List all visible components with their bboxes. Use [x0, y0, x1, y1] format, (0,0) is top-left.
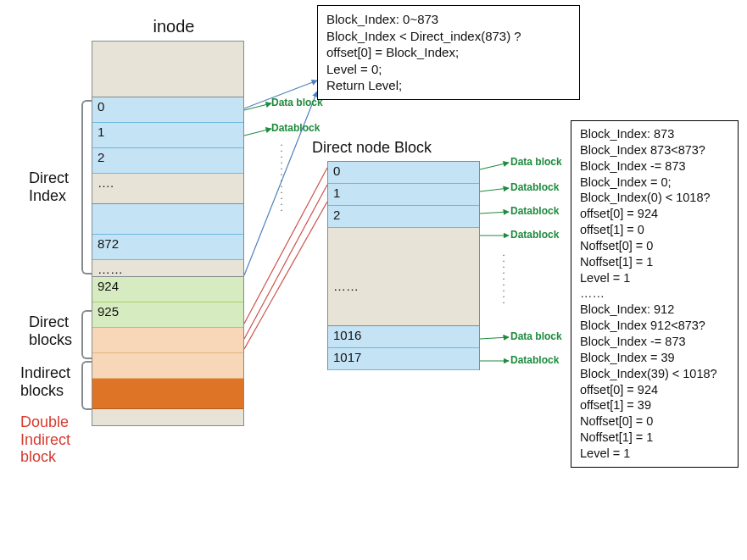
label-datablock-3: Datablock [510, 205, 559, 217]
dnode-ellipsis: …… [328, 228, 479, 326]
info2-l10: Level = 1 [580, 270, 729, 286]
svg-line-2 [244, 103, 271, 110]
info-box-direct-node: Block_Index: 873 Block_Index 873<873? Bl… [571, 120, 739, 468]
inode-double-indirect [92, 379, 243, 409]
svg-line-5 [244, 185, 327, 339]
svg-line-3 [244, 129, 271, 136]
info2-l3: Block_Index -= 873 [580, 158, 729, 175]
info2-l20: Noffset[1] = 1 [580, 430, 729, 446]
label-direct-blocks: Direct blocks [29, 313, 72, 348]
inode-indirect-1 [92, 328, 243, 353]
info2-l17: offset[0] = 924 [580, 382, 729, 398]
dnode-row-1016: 1016 [328, 326, 479, 348]
dnode-row-1: 1 [328, 184, 479, 206]
vdots-2: ......... [500, 250, 507, 303]
dnode-row-1017: 1017 [328, 348, 479, 370]
info2-l16: Block_Index(39) < 1018? [580, 366, 729, 382]
inode-header-space [92, 42, 243, 97]
vdots-1: ............ [278, 140, 285, 211]
inode-row-ellipsis: …. [92, 174, 243, 204]
info2-l18: offset[1] = 39 [580, 397, 729, 413]
info1-l5: Return Level; [326, 77, 571, 94]
inode-separator: …… [92, 260, 243, 277]
inode-row-872: 872 [92, 235, 243, 260]
inode-row-924: 924 [92, 277, 243, 302]
info2-l14: Block_Index -= 873 [580, 334, 729, 350]
brace-direct-blocks [81, 310, 92, 359]
inode-indirect-2 [92, 353, 243, 379]
info1-l3: offset[0] = Block_Index; [326, 44, 571, 61]
direct-node-block: 0 1 2 …… 1016 1017 [327, 161, 480, 370]
label-data-block-3: Data block [510, 330, 562, 342]
inode-row-last [92, 204, 243, 235]
info2-l21: Level = 1 [580, 446, 729, 462]
inode-footer-space [92, 409, 243, 426]
info2-l6: offset[0] = 924 [580, 206, 729, 222]
dnode-row-0: 0 [328, 162, 479, 184]
info2-l11: …… [580, 286, 729, 302]
info-box-direct: Block_Index: 0~873 Block_Index < Direct_… [317, 5, 580, 100]
svg-line-9 [480, 212, 509, 213]
info2-l2: Block_Index 873<873? [580, 142, 729, 158]
info2-l8: Noffset[0] = 0 [580, 238, 729, 254]
svg-line-7 [480, 163, 509, 169]
svg-line-8 [480, 188, 509, 191]
label-datablock-1: Datablock [271, 122, 320, 134]
info2-l9: Noffset[1] = 1 [580, 254, 729, 270]
info2-l15: Block_Index = 39 [580, 350, 729, 366]
info2-l4: Block_Index = 0; [580, 175, 729, 191]
info1-l2: Block_Index < Direct_index(873) ? [326, 28, 571, 45]
info2-l1: Block_Index: 873 [580, 126, 729, 142]
info1-l4: Level = 0; [326, 61, 571, 78]
inode-row-2: 2 [92, 148, 243, 174]
label-data-block-2: Data block [510, 156, 562, 168]
label-double-indirect-block: Double Indirect block [20, 413, 70, 466]
info2-l19: Noffset[0] = 0 [580, 413, 729, 430]
inode-row-0: 0 [92, 97, 243, 123]
label-indirect-blocks: Indirect blocks [20, 364, 70, 399]
svg-line-4 [244, 168, 327, 324]
dnode-row-2: 2 [328, 206, 479, 228]
svg-line-6 [244, 202, 327, 349]
inode-row-925: 925 [92, 302, 243, 328]
label-datablock-5: Datablock [510, 354, 559, 366]
svg-line-11 [480, 337, 509, 339]
brace-direct-index [81, 100, 92, 274]
brace-indirect-blocks [81, 361, 92, 410]
inode-block: 0 1 2 …. 872 …… 924 925 [92, 41, 244, 426]
info1-l1: Block_Index: 0~873 [326, 11, 571, 28]
info2-l5: Block_Index(0) < 1018? [580, 190, 729, 206]
info2-l12: Block_Index: 912 [580, 302, 729, 318]
info2-l13: Block_Index 912<873? [580, 318, 729, 334]
label-datablock-4: Datablock [510, 229, 559, 241]
label-data-block-1: Data block [271, 97, 323, 108]
label-direct-index: Direct Index [29, 169, 69, 204]
info2-l7: offset[1] = 0 [580, 222, 729, 238]
label-datablock-2: Datablock [510, 181, 559, 193]
inode-title: inode [127, 17, 220, 36]
direct-node-block-title: Direct node Block [312, 139, 432, 157]
inode-row-1: 1 [92, 123, 243, 148]
